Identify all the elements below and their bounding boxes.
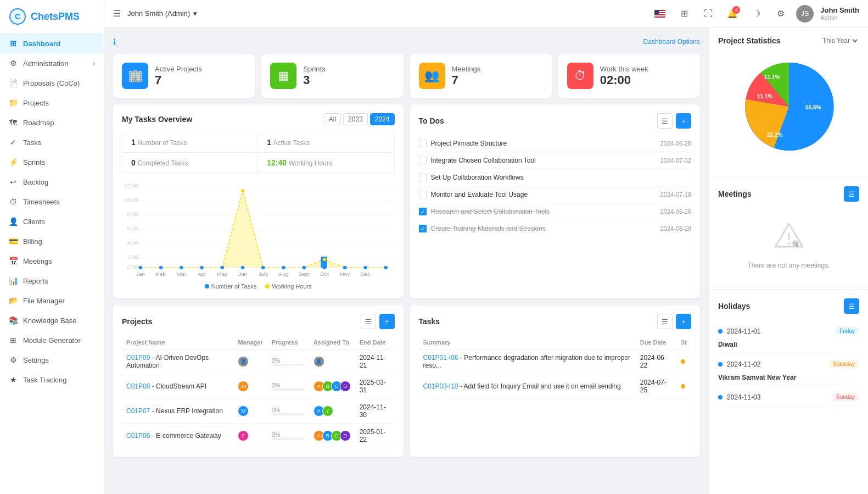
tasks-panel-title: Tasks (419, 317, 440, 326)
notification-badge: 4 (732, 6, 740, 14)
sidebar-item-projects[interactable]: 📁 Projects (0, 93, 104, 113)
language-flag-icon[interactable] (651, 5, 669, 23)
project-link[interactable]: C01P06 (126, 432, 150, 440)
holiday-day-badge: Sunday (832, 393, 859, 401)
stat-card-sprints[interactable]: ▦ Sprints 3 (261, 54, 403, 98)
sidebar-item-reports[interactable]: 📊 Reports (0, 271, 104, 291)
sidebar-item-timesheets[interactable]: ⏱ Timesheets (0, 192, 104, 212)
project-link[interactable]: C01P09 (126, 354, 150, 362)
header-user-dropdown[interactable]: John Smith (Admin) ▾ (127, 9, 197, 18)
project-link[interactable]: C01P07 (126, 407, 150, 415)
todo-checkbox-4[interactable] (419, 191, 427, 198)
todo-checkbox-1[interactable] (419, 140, 427, 147)
sidebar-item-meetings[interactable]: 📅 Meetings (0, 251, 104, 271)
svg-text:Dec: Dec (360, 271, 370, 277)
svg-point-48 (384, 266, 388, 269)
holiday-day-badge: Friday (835, 327, 859, 335)
sidebar-item-label: Proposals (CoCo) (23, 79, 80, 87)
sidebar-item-clients[interactable]: 👤 Clients (0, 212, 104, 231)
sidebar-item-knowledge-base[interactable]: 📚 Knowledge Base (0, 310, 104, 330)
task-due-date: 2024-07-25 (636, 374, 676, 399)
projects-add-btn[interactable]: + (379, 314, 395, 329)
stats-row: 🏢 Active Projects 7 ▦ Sprints 3 👥 (113, 54, 700, 98)
todo-checkbox-5[interactable]: ✓ (419, 208, 427, 215)
svg-point-46 (343, 266, 347, 269)
sidebar-item-settings[interactable]: ⚙ Settings (0, 350, 104, 370)
task-link[interactable]: C01P03-I10 (423, 382, 458, 390)
completed-tasks-stat: 0 Completed Tasks (122, 153, 258, 173)
tab-2023[interactable]: 2023 (343, 113, 368, 125)
sidebar-item-file-manager[interactable]: 📂 File Manager (0, 291, 104, 310)
sprints-value: 3 (303, 73, 325, 87)
sidebar-item-task-tracking[interactable]: ★ Task Tracking (0, 370, 104, 390)
stat-card-work-week[interactable]: ⏱ Work this week 02:00 (558, 54, 700, 98)
todo-checkbox-2[interactable] (419, 157, 427, 164)
sidebar-item-administration[interactable]: ⚙ Administration › (0, 53, 104, 73)
svg-point-44 (302, 266, 306, 269)
work-week-info: Work this week 02:00 (600, 65, 648, 87)
sidebar-item-roadmap[interactable]: 🗺 Roadmap (0, 113, 104, 132)
meetings-empty-text: There are not any meetings. (747, 262, 830, 269)
todos-list-btn[interactable]: ☰ (657, 113, 673, 129)
settings-gear-icon[interactable]: ⚙ (772, 5, 789, 23)
dark-mode-icon[interactable]: ☽ (748, 5, 765, 23)
year-select[interactable]: This Year Last Year (820, 36, 859, 45)
meetings-list-btn[interactable]: ☰ (844, 186, 859, 202)
todo-text-5: Research and Select Collaboration Tools (431, 208, 656, 215)
settings-icon: ⚙ (9, 356, 18, 364)
tasks-add-btn[interactable]: + (676, 314, 691, 329)
avatar[interactable]: JS (796, 5, 814, 23)
svg-text:Jun: Jun (238, 271, 247, 277)
assigned-avatar: Y (322, 406, 333, 417)
sidebar-item-billing[interactable]: 💳 Billing (0, 231, 104, 251)
svg-point-41 (241, 266, 245, 269)
stat-card-active-projects[interactable]: 🏢 Active Projects 7 (113, 54, 255, 98)
project-link[interactable]: C01P08 (126, 382, 150, 390)
svg-text:Feb: Feb (156, 271, 165, 277)
todo-text-4: Monitor and Evaluate Tool Usage (431, 191, 656, 198)
stat-card-meetings[interactable]: 👥 Meetings 7 (410, 54, 552, 98)
end-date: 2025-03-31 (355, 374, 395, 399)
meetings-icon: 📅 (9, 257, 18, 265)
svg-text:55.6%: 55.6% (805, 104, 821, 110)
sidebar-item-label: Sprints (23, 158, 45, 166)
project-statistics-section: Project Statistics This Year Last Year (709, 27, 868, 177)
tasks-list-btn[interactable]: ☰ (657, 314, 673, 329)
holiday-item-3: 2024-11-03 Sunday (718, 386, 859, 408)
notifications-icon[interactable]: 🔔 4 (724, 5, 741, 23)
tab-2024[interactable]: 2024 (370, 113, 395, 125)
sidebar-item-proposals[interactable]: 📄 Proposals (CoCo) (0, 73, 104, 93)
svg-point-45 (323, 266, 327, 269)
svg-point-43 (282, 266, 285, 269)
backlog-icon: ↩ (9, 177, 18, 186)
sidebar-item-module-generator[interactable]: ⊞ Module Generator (0, 330, 104, 350)
active-tasks-value: 1 (267, 138, 271, 147)
apps-grid-icon[interactable]: ⊞ (675, 5, 693, 23)
tasks-table: Summary Due Date St C01P01-I06 - Perform… (419, 336, 692, 399)
tasks-panel: Tasks ☰ + Summary Due Date St (410, 305, 701, 457)
fullscreen-icon[interactable]: ⛶ (699, 5, 717, 23)
projects-table: Project Name Manager Progress Assigned T… (122, 336, 395, 448)
project-statistics-header: Project Statistics This Year Last Year (718, 36, 859, 45)
svg-text:10.00: 10.00 (124, 197, 138, 203)
dashboard-options-link[interactable]: Dashboard Options (643, 38, 700, 46)
sidebar-logo[interactable]: C ChetsPMS (0, 0, 104, 34)
todos-add-btn[interactable]: + (676, 113, 691, 129)
svg-text:8.00: 8.00 (127, 212, 138, 217)
proposals-icon: 📄 (9, 79, 18, 87)
manager-avatar: F (238, 430, 249, 441)
sidebar-item-backlog[interactable]: ↩ Backlog (0, 172, 104, 192)
sidebar-item-tasks[interactable]: ✓ Tasks (0, 132, 104, 152)
assigned-avatar: D (340, 381, 351, 392)
sidebar-item-dashboard[interactable]: ⊞ Dashboard (0, 34, 104, 53)
todo-checkbox-6[interactable]: ✓ (419, 225, 427, 232)
todo-checkbox-3[interactable] (419, 174, 427, 181)
holidays-list-btn[interactable]: ☰ (844, 298, 859, 314)
hamburger-menu-icon[interactable]: ☰ (113, 8, 121, 19)
sidebar-item-sprints[interactable]: ⚡ Sprints (0, 152, 104, 172)
task-link[interactable]: C01P01-I06 (423, 354, 458, 362)
tab-all[interactable]: All (324, 113, 341, 125)
work-week-icon: ⏱ (567, 63, 593, 89)
holiday-name: Diwali (718, 341, 859, 348)
projects-list-btn[interactable]: ☰ (361, 314, 376, 329)
